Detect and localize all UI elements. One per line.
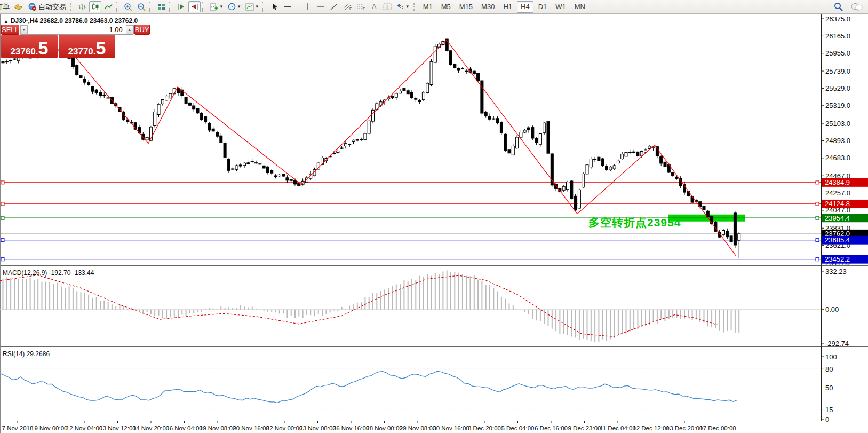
timeframe-m1[interactable]: M1	[419, 1, 436, 13]
svg-text:23685.4: 23685.4	[825, 236, 850, 244]
chart-line-button[interactable]	[102, 1, 115, 12]
dropdown-arrow-icon: ▼	[255, 4, 259, 9]
autotrading-button[interactable]: 自动交易	[26, 1, 68, 12]
cursor-button[interactable]	[268, 1, 281, 12]
svg-text:23954.4: 23954.4	[825, 214, 850, 222]
cursor-icon	[271, 3, 278, 11]
search-icon[interactable]	[834, 2, 843, 11]
timeframe-d1[interactable]: D1	[535, 1, 551, 13]
hline-handle[interactable]	[816, 239, 819, 242]
svg-text:12 Dec 12:00: 12 Dec 12:00	[633, 425, 669, 431]
svg-text:T: T	[386, 4, 389, 10]
timeframe-w1[interactable]: W1	[552, 1, 570, 13]
svg-text:29 Nov 08:00: 29 Nov 08:00	[400, 425, 436, 431]
crosshair-button[interactable]	[282, 1, 294, 12]
dropdown-arrow-icon: ▼	[219, 4, 224, 9]
line-chart-icon	[105, 3, 113, 11]
timeframe-mn[interactable]: MN	[571, 1, 589, 13]
auto-scroll-icon	[177, 3, 186, 11]
toolbar-separator	[149, 2, 154, 12]
svg-text:13 Dec 20:00: 13 Dec 20:00	[666, 425, 703, 431]
toolbar-separator	[202, 2, 206, 12]
hline-handle[interactable]	[1, 258, 4, 261]
svg-text:0: 0	[825, 415, 829, 423]
svg-text:23 Nov 08:00: 23 Nov 08:00	[299, 425, 336, 431]
auto-scroll-button[interactable]	[175, 1, 187, 12]
zoom-out-icon	[137, 3, 146, 11]
timeframe-h1[interactable]: H1	[499, 1, 516, 13]
sell-button[interactable]: SELL	[1, 25, 19, 35]
autotrading-icon	[28, 3, 37, 11]
timeframe-m30[interactable]: M30	[477, 1, 498, 13]
toolbar: 订单 自动交易	[0, 0, 868, 14]
trendline-tool[interactable]	[328, 1, 340, 12]
fibonacci-tool[interactable]: F	[355, 1, 367, 12]
pivot-annotation[interactable]: 多空转折点23954	[588, 215, 681, 230]
svg-text:6 Dec 16:00: 6 Dec 16:00	[535, 425, 568, 431]
chart-candles-button[interactable]	[89, 1, 101, 12]
volume-increase-button[interactable]: ▲	[126, 25, 133, 34]
volume-decrease-button[interactable]: ▼	[20, 25, 28, 34]
svg-text:9 Nov 00:00: 9 Nov 00:00	[34, 425, 67, 431]
svg-text:332.23: 332.23	[825, 267, 847, 275]
periods-dropdown[interactable]: ▼	[226, 1, 243, 12]
timeframe-h4[interactable]: H4	[517, 1, 533, 13]
hline-handle[interactable]	[1, 239, 4, 242]
hline-handle[interactable]	[816, 202, 819, 206]
hline-handle[interactable]	[816, 258, 819, 261]
zoom-in-icon	[124, 3, 133, 11]
templates-dropdown[interactable]: ▼	[244, 1, 261, 12]
zoom-out-button[interactable]	[136, 1, 148, 12]
chart-title: ▲DJ30-,H4 23682.0 23786.0 23463.0 23762.…	[4, 17, 138, 25]
template-icon	[245, 3, 254, 11]
time-axis[interactable]: 7 Nov 20189 Nov 00:0012 Nov 04:0013 Nov …	[2, 421, 736, 431]
chart-shift-button[interactable]	[188, 1, 201, 12]
horizontal-line-tool[interactable]	[315, 1, 327, 12]
tile-windows-button[interactable]	[155, 1, 168, 12]
buy-price-button[interactable]: 23770.5	[59, 35, 115, 58]
chat-icon[interactable]	[851, 3, 863, 11]
sell-price-button[interactable]: 23760.5	[1, 35, 58, 58]
hline-handle[interactable]	[816, 181, 819, 184]
rsi-label: RSI(14) 29.2686	[3, 350, 50, 358]
timeframe-m5[interactable]: M5	[437, 1, 455, 13]
label-tool[interactable]: T	[381, 1, 394, 12]
one-click-trade-panel: SELL ▼ ▲ BUY 23760.5 23770.5	[1, 25, 115, 58]
add-indicator-dropdown[interactable]: ▼	[208, 1, 225, 12]
timeframe-bar: M1M5M15M30H1H4D1W1MN	[419, 1, 590, 13]
vertical-line-icon	[304, 3, 310, 11]
bar-chart-icon	[78, 3, 86, 11]
clock-icon	[228, 3, 236, 11]
add-indicator-icon	[210, 3, 218, 11]
timeframe-m15[interactable]: M15	[456, 1, 476, 13]
hline-handle[interactable]	[1, 216, 4, 219]
arrows-dropdown[interactable]: ▼	[395, 1, 411, 12]
gold-book-icon[interactable]	[12, 1, 25, 12]
svg-text:24384.9: 24384.9	[825, 178, 850, 186]
text-tool[interactable]: A	[368, 1, 380, 12]
toolbar-separator	[296, 2, 300, 12]
buy-button[interactable]: BUY	[134, 25, 150, 35]
svg-text:80: 80	[825, 365, 833, 373]
svg-text:25739.0: 25739.0	[825, 67, 850, 75]
zoom-in-button[interactable]	[122, 1, 134, 12]
hline-handle[interactable]	[816, 216, 819, 219]
autotrading-label: 自动交易	[38, 2, 66, 12]
svg-text:25103.0: 25103.0	[825, 120, 850, 128]
svg-text:25319.0: 25319.0	[825, 101, 850, 109]
text-icon: A	[371, 3, 378, 11]
chart-canvas[interactable]: 26375.026165.025955.025739.025529.025319…	[0, 14, 868, 433]
svg-text:A: A	[372, 3, 377, 11]
vertical-line-tool[interactable]	[301, 1, 314, 12]
svg-text:22 Nov 00:00: 22 Nov 00:00	[266, 425, 302, 431]
equidistant-channel-icon: E	[343, 3, 352, 11]
collapse-triangle-icon[interactable]: ▲	[4, 19, 9, 24]
svg-text:24124.8: 24124.8	[825, 200, 850, 208]
fibonacci-icon: F	[356, 3, 365, 11]
hline-handle[interactable]	[1, 181, 4, 184]
hline-handle[interactable]	[1, 202, 4, 206]
new-order-button[interactable]: 订单	[0, 1, 11, 12]
chart-bars-button[interactable]	[76, 1, 88, 12]
volume-input[interactable]	[28, 25, 126, 34]
channel-tool[interactable]: E	[341, 1, 354, 12]
